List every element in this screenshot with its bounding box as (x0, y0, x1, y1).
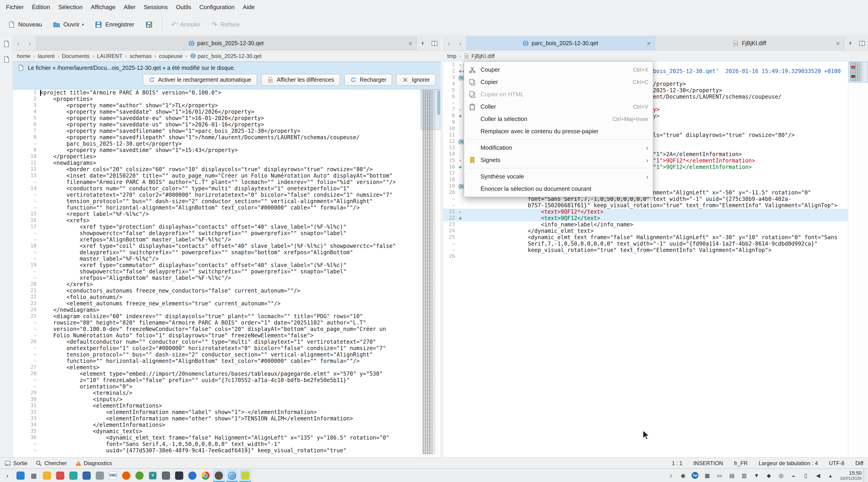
tray-display-config[interactable]: ▯ (802, 472, 809, 479)
taskbar-geany[interactable] (133, 469, 146, 482)
taskbar-gimp[interactable] (213, 469, 225, 482)
tray-media-player[interactable]: ♪ (667, 472, 675, 479)
menubar-item[interactable]: Outils (172, 2, 195, 12)
context-menu-item[interactable]: Énoncer la sélection ou document courant (464, 182, 653, 195)
left-editor[interactable]: 1<project title="Armoire PARC A BOIS" ve… (13, 89, 440, 457)
tab-close-icon[interactable]: × (408, 40, 412, 46)
menubar-item[interactable]: Sessions (140, 2, 172, 12)
documents-toolview-button[interactable] (2, 40, 10, 48)
taskbar-screenshot-tool[interactable] (94, 469, 106, 482)
filesystem-toolview-button[interactable] (2, 56, 10, 63)
tray-remote-display[interactable]: ▭ (716, 472, 723, 479)
notification-button[interactable]: Activer le rechargement automatique (143, 74, 257, 86)
statusbar-panel-toggle[interactable]: Chercher (36, 460, 67, 466)
tray-volume[interactable]: ◀ (814, 472, 822, 479)
menubar-item[interactable]: Fichier (2, 2, 28, 12)
tray-removable-devices[interactable]: ◆ (765, 472, 773, 479)
menubar-item[interactable]: Sélection (54, 2, 87, 12)
taskbar-virtual-desktop-pager[interactable]: ▦ (28, 469, 40, 482)
tab-forward-button[interactable]: › (24, 36, 36, 50)
tab-forward-button[interactable]: › (455, 36, 466, 50)
menubar-item[interactable]: Configuration (195, 2, 239, 12)
menubar-item[interactable]: Édition (28, 2, 54, 12)
taskbar-qelectrotech[interactable] (226, 469, 238, 482)
pane-splitter[interactable] (440, 36, 443, 457)
context-menu-item[interactable]: Signets› (464, 154, 653, 166)
menubar-item[interactable]: Aller (119, 2, 140, 12)
breadcrumb-item[interactable]: laurent (38, 53, 55, 59)
show-desktop-edge-button[interactable] (863, 469, 867, 482)
breadcrumb-item[interactable]: schemas (130, 53, 152, 59)
tray-security-status[interactable]: ◎ (777, 472, 785, 479)
statusbar-field[interactable]: UTF-8 (829, 460, 844, 466)
tab-close-icon[interactable]: × (647, 40, 651, 46)
statusbar-panel-toggle[interactable]: Sortie (5, 460, 28, 466)
statusbar-field[interactable]: 1 : 1 (672, 460, 682, 466)
breadcrumb-item[interactable]: tmp (447, 53, 456, 59)
menubar-item[interactable]: Aide (239, 2, 259, 12)
breadcrumb-item[interactable]: coupeuse (159, 53, 183, 59)
taskbar-tigervnc[interactable]: VNC (107, 469, 119, 482)
taskbar-kcalc[interactable] (41, 469, 53, 482)
taskbar-file-manager[interactable] (160, 469, 172, 482)
statusbar-field[interactable]: Largeur de tabulation : 4 (758, 460, 818, 466)
breadcrumb-item[interactable]: home (17, 53, 31, 59)
new-document-button[interactable]: Nouveau (3, 18, 47, 31)
left-editor-tab[interactable]: parc_bois_2025-12-30.qet × (36, 36, 417, 50)
split-view-button[interactable] (429, 36, 440, 50)
open-document-button[interactable]: Ouvrir ▾ (48, 18, 89, 31)
context-menu-item[interactable]: Remplacer avec le contenu du presse-papi… (464, 125, 653, 137)
taskbar-chrome[interactable] (200, 469, 212, 482)
taskbar-kate[interactable] (239, 469, 251, 482)
menubar-item[interactable]: Affichage (87, 2, 120, 12)
save-as-button[interactable] (140, 18, 157, 31)
split-view-button[interactable] (856, 36, 868, 50)
tray-print-queue[interactable]: ▥ (741, 472, 748, 479)
taskbar-kmail[interactable] (81, 469, 93, 482)
tray-microphone[interactable]: ◒ (790, 472, 797, 479)
quick-open-button[interactable] (417, 36, 429, 50)
scrollbar-thumb[interactable] (437, 90, 440, 115)
clock[interactable]: 15:50 16/01/2026 (840, 470, 862, 481)
breadcrumb-file[interactable]: FjBjKI.diff (471, 53, 495, 59)
tray-clipboard-manager[interactable]: ▤ (728, 472, 736, 479)
taskbar-application-launcher[interactable] (14, 469, 26, 482)
redo-button[interactable]: ↷ Refaire (207, 18, 245, 31)
taskbar-konsole[interactable] (173, 469, 185, 482)
breadcrumb-file[interactable]: parc_bois_2025-12-30.qet (197, 53, 261, 59)
statusbar-field[interactable]: Diff (855, 460, 863, 466)
taskbar-libreoffice[interactable] (67, 469, 79, 482)
notification-button[interactable]: Afficher les différences (261, 74, 340, 86)
save-button[interactable]: Enregistrer (90, 18, 139, 31)
context-menu-item[interactable]: Synthèse vocale› (464, 170, 653, 182)
left-minimap-scrollbar[interactable] (420, 89, 440, 457)
tray-software-updates[interactable]: ▼ (753, 472, 760, 479)
tray-user-sessions[interactable]: ◉ (680, 472, 687, 479)
tab-back-button[interactable]: ‹ (443, 36, 455, 50)
tray-hp-device-manager[interactable]: hp (692, 472, 699, 479)
context-menu-item[interactable]: Coller la sélectionCtrl+Maj+Inser (464, 113, 653, 125)
taskbar-vivaldi[interactable]: V (147, 469, 159, 482)
context-menu-item[interactable]: CopierCtrl+C (464, 76, 653, 88)
taskbar-system-monitor[interactable] (54, 469, 66, 482)
statusbar-field[interactable]: fr_FR (734, 460, 748, 466)
statusbar-field[interactable]: INSERTION (693, 460, 723, 466)
undo-button[interactable]: ↶ Annuler (166, 18, 206, 31)
tab-back-button[interactable]: ‹ (13, 36, 24, 50)
right-minimap-scrollbar[interactable] (848, 62, 868, 457)
editor-tab[interactable]: parc_bois_2025-12-30.qet× (466, 36, 655, 50)
statusbar-panel-toggle[interactable]: Diagnostics (75, 460, 112, 466)
taskbar-okular[interactable] (186, 469, 198, 482)
minimap-viewport[interactable] (848, 62, 868, 83)
context-menu-item[interactable]: CollerCtrl+V (464, 101, 653, 113)
notification-button[interactable]: Ignorer (396, 74, 436, 86)
quick-open-button[interactable] (844, 36, 856, 50)
taskbar-show-desktop-arrow[interactable]: › (1, 469, 13, 482)
tray-app-grid[interactable]: ▦ (704, 472, 711, 479)
notification-button[interactable]: Recharger (344, 74, 392, 86)
breadcrumb-item[interactable]: Documents (62, 53, 89, 59)
context-menu-item[interactable]: Modification› (464, 141, 653, 154)
tab-close-icon[interactable]: × (836, 40, 840, 46)
taskbar-firefox[interactable] (120, 469, 132, 482)
tray-tray-expander[interactable]: ▴ (827, 472, 834, 479)
